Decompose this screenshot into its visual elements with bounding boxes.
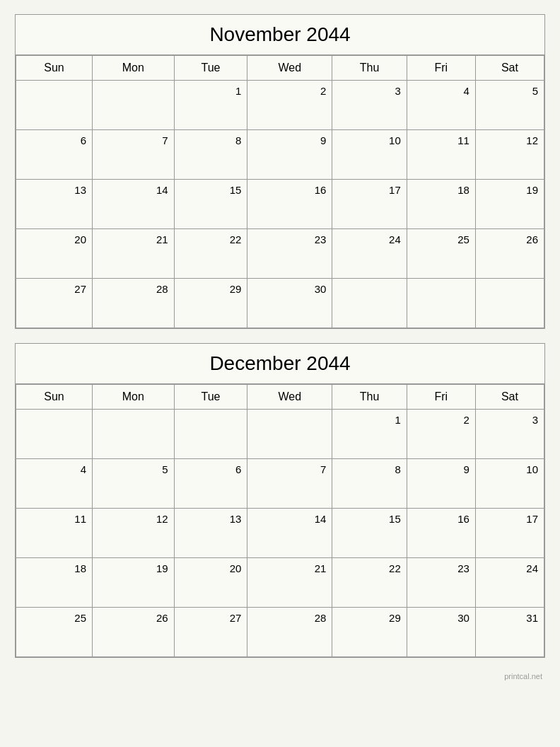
calendar-day: 13: [16, 180, 93, 229]
calendar-day: [16, 410, 93, 459]
calendar-day: 21: [247, 558, 332, 608]
calendar-day: 16: [247, 180, 332, 229]
calendar-day: 3: [332, 81, 407, 130]
day-header-wed: Wed: [247, 385, 332, 410]
calendar-day: 5: [93, 459, 175, 509]
calendar-day: 9: [247, 130, 332, 180]
calendar-day: 7: [93, 130, 175, 180]
day-header-sun: Sun: [16, 385, 93, 410]
calendar-day: 12: [475, 130, 544, 180]
calendar-day: 22: [174, 229, 247, 279]
calendar-day: 23: [247, 229, 332, 279]
calendar-day: 25: [16, 608, 93, 657]
calendar-day: 2: [247, 81, 332, 130]
day-header-sun: Sun: [16, 56, 93, 81]
calendar-day: 10: [332, 130, 407, 180]
calendar-day: 20: [16, 229, 93, 279]
calendar-day: 4: [407, 81, 475, 130]
calendar-day: [407, 279, 475, 328]
calendar-day: 9: [407, 459, 475, 509]
week-row: 11121314151617: [16, 509, 544, 558]
calendar-day: 21: [93, 229, 175, 279]
calendar-day: 27: [16, 279, 93, 328]
calendar-day: 28: [247, 608, 332, 657]
calendar-day: 1: [332, 410, 407, 459]
calendar-day: 29: [332, 608, 407, 657]
calendar-day: 17: [475, 509, 544, 558]
calendar-day: 11: [16, 509, 93, 558]
calendar-day: 12: [93, 509, 175, 558]
day-header-mon: Mon: [93, 385, 175, 410]
week-row: 13141516171819: [16, 180, 544, 229]
calendar-day: 26: [475, 229, 544, 279]
watermark: printcal.net: [15, 672, 545, 681]
calendar-day: 15: [332, 509, 407, 558]
day-header-tue: Tue: [174, 385, 247, 410]
calendar-day: 18: [16, 558, 93, 608]
calendar-day: [93, 410, 175, 459]
december-title: December 2044: [16, 344, 544, 384]
calendar-day: 18: [407, 180, 475, 229]
day-header-fri: Fri: [407, 56, 475, 81]
week-row: 12345: [16, 81, 544, 130]
week-row: 45678910: [16, 459, 544, 509]
calendar-day: [475, 279, 544, 328]
november-title: November 2044: [16, 15, 544, 55]
calendar-day: 19: [93, 558, 175, 608]
day-header-thu: Thu: [332, 56, 407, 81]
day-header-mon: Mon: [93, 56, 175, 81]
calendar-day: 22: [332, 558, 407, 608]
day-header-wed: Wed: [247, 56, 332, 81]
calendar-day: 11: [407, 130, 475, 180]
day-header-sat: Sat: [475, 56, 544, 81]
calendar-day: [247, 410, 332, 459]
calendar-day: 4: [16, 459, 93, 509]
calendar-day: 16: [407, 509, 475, 558]
day-header-fri: Fri: [407, 385, 475, 410]
calendar-day: 2: [407, 410, 475, 459]
calendar-day: [93, 81, 175, 130]
calendar-day: 6: [174, 459, 247, 509]
calendar-day: [174, 410, 247, 459]
week-row: 20212223242526: [16, 229, 544, 279]
calendar-day: 25: [407, 229, 475, 279]
calendar-day: 3: [475, 410, 544, 459]
week-row: 25262728293031: [16, 608, 544, 657]
calendar-day: 8: [332, 459, 407, 509]
calendar-day: 24: [332, 229, 407, 279]
calendar-day: 19: [475, 180, 544, 229]
calendar-day: 26: [93, 608, 175, 657]
calendar-day: 14: [247, 509, 332, 558]
calendar-day: 30: [407, 608, 475, 657]
calendar-day: 31: [475, 608, 544, 657]
calendar-day: 1: [174, 81, 247, 130]
calendar-day: 27: [174, 608, 247, 657]
calendar-day: 24: [475, 558, 544, 608]
day-header-thu: Thu: [332, 385, 407, 410]
week-row: 123: [16, 410, 544, 459]
week-row: 6789101112: [16, 130, 544, 180]
november-calendar: November 2044 SunMonTueWedThuFriSat 1234…: [15, 14, 545, 329]
calendar-day: 10: [475, 459, 544, 509]
calendar-day: 29: [174, 279, 247, 328]
calendar-day: [16, 81, 93, 130]
week-row: 18192021222324: [16, 558, 544, 608]
calendar-day: 28: [93, 279, 175, 328]
calendar-day: 23: [407, 558, 475, 608]
calendar-day: [332, 279, 407, 328]
week-row: 27282930: [16, 279, 544, 328]
calendar-day: 8: [174, 130, 247, 180]
calendar-day: 5: [475, 81, 544, 130]
calendar-day: 17: [332, 180, 407, 229]
calendar-day: 14: [93, 180, 175, 229]
december-calendar: December 2044 SunMonTueWedThuFriSat 1234…: [15, 343, 545, 658]
calendar-day: 13: [174, 509, 247, 558]
calendar-day: 20: [174, 558, 247, 608]
calendar-day: 30: [247, 279, 332, 328]
calendar-day: 6: [16, 130, 93, 180]
day-header-sat: Sat: [475, 385, 544, 410]
calendar-day: 7: [247, 459, 332, 509]
day-header-tue: Tue: [174, 56, 247, 81]
calendar-day: 15: [174, 180, 247, 229]
